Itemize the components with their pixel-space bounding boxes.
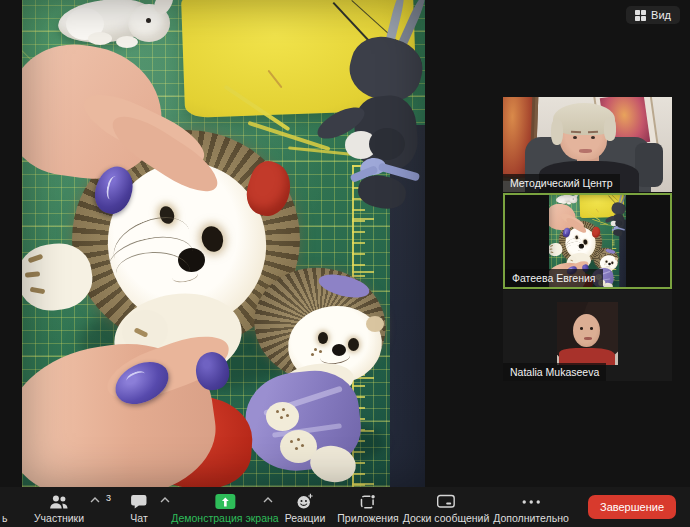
avatar-eye bbox=[580, 327, 583, 330]
person-hair bbox=[551, 119, 563, 145]
chat-label: Чат bbox=[130, 512, 147, 524]
participants-icon: 3 bbox=[34, 493, 84, 510]
share-screen-label: Демонстрация экрана bbox=[171, 512, 278, 524]
share-screen-icon bbox=[215, 494, 235, 509]
reactions-button[interactable]: Реакции bbox=[285, 487, 326, 527]
office-chair-wing bbox=[635, 143, 663, 187]
more-label: Дополнительно bbox=[493, 512, 569, 524]
person-lips bbox=[579, 149, 592, 153]
participants-label: Участники bbox=[34, 512, 84, 524]
share-screen-button[interactable]: Демонстрация экрана bbox=[171, 487, 278, 527]
more-dots-icon bbox=[493, 493, 569, 510]
reactions-label: Реакции bbox=[285, 512, 326, 524]
grid-view-icon bbox=[635, 10, 646, 21]
whiteboards-label: Доски сообщений bbox=[403, 512, 490, 524]
apps-button[interactable]: Приложения bbox=[337, 487, 398, 527]
chat-icon bbox=[130, 493, 147, 510]
participant-thumbnail-active-speaker[interactable]: Фатеева Евгения bbox=[503, 193, 672, 289]
avatar-face bbox=[573, 314, 600, 347]
cutoff-toolbar-label: ь bbox=[2, 512, 7, 524]
avatar-eye bbox=[590, 327, 593, 330]
person-eye bbox=[573, 136, 577, 139]
participant-name: Фатеева Евгения bbox=[505, 269, 603, 287]
chat-button[interactable]: Чат bbox=[130, 487, 147, 527]
main-video-scene bbox=[22, 0, 425, 487]
end-meeting-button[interactable]: Завершение bbox=[588, 495, 676, 519]
meeting-toolbar: ь 3 Участники Чат bbox=[0, 487, 690, 527]
whiteboards-button[interactable]: Доски сообщений bbox=[403, 487, 490, 527]
main-video bbox=[22, 0, 425, 487]
person-eye bbox=[591, 136, 595, 139]
participant-thumbnail-video-off[interactable]: Natalia Mukaseeva bbox=[503, 290, 672, 381]
apps-label: Приложения bbox=[337, 512, 398, 524]
avatar bbox=[557, 302, 618, 365]
chevron-up-icon[interactable] bbox=[263, 497, 273, 503]
participant-thumbnail-methodical-center[interactable]: Методический Центр bbox=[503, 97, 672, 192]
participants-button[interactable]: 3 Участники bbox=[34, 487, 84, 527]
reactions-icon bbox=[285, 493, 326, 510]
whiteboard-icon bbox=[403, 493, 490, 510]
more-button[interactable]: Дополнительно bbox=[493, 487, 569, 527]
participant-name: Natalia Mukaseeva bbox=[503, 363, 606, 381]
zoom-meeting-window: Вид Методический Центр bbox=[0, 0, 690, 527]
video-vignette bbox=[22, 0, 425, 487]
avatar-lips bbox=[584, 337, 592, 340]
person-hair bbox=[604, 117, 616, 141]
apps-icon bbox=[337, 493, 398, 510]
participants-count-badge: 3 bbox=[106, 493, 111, 503]
chevron-up-icon[interactable] bbox=[90, 497, 100, 503]
view-button[interactable]: Вид bbox=[626, 6, 680, 24]
view-button-label: Вид bbox=[651, 9, 671, 21]
participant-name: Методический Центр bbox=[503, 174, 620, 192]
chevron-up-icon[interactable] bbox=[160, 497, 170, 503]
